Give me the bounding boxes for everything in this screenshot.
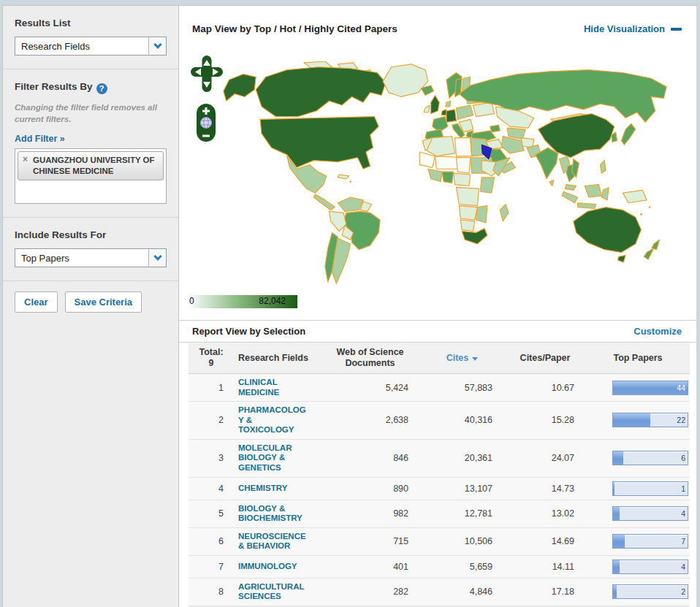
top-papers-value: 7 — [681, 537, 685, 546]
row-field: AGRICULTURAL SCIENCES — [234, 578, 320, 606]
report-table-body: 1CLINICAL MEDICINE5,42457,88310.67442PHA… — [189, 374, 690, 607]
row-cites-per-paper: 24.07 — [504, 439, 586, 477]
filter-box: × GUANGZHOU UNIVERSITY OF CHINESE MEDICI… — [15, 148, 167, 204]
row-top-papers: 7 — [586, 527, 690, 555]
row-cites-per-paper: 14.69 — [504, 527, 586, 555]
row-top-papers: 2 — [586, 578, 690, 606]
row-cites: 20,361 — [420, 439, 504, 477]
row-top-papers: 22 — [586, 402, 690, 440]
cites-sort-header[interactable]: Cites — [420, 343, 504, 374]
row-cites-per-paper: 13.02 — [504, 500, 586, 527]
research-fields-header: Research Fields — [234, 343, 320, 374]
map-header: Map View by Top / Hot / Highly Cited Pap… — [179, 6, 696, 34]
globe-icon — [201, 118, 212, 129]
row-top-papers: 4 — [586, 555, 690, 578]
row-cites-per-paper: 14.73 — [504, 477, 586, 500]
table-row: 4CHEMISTRY89013,10714.731 — [189, 477, 690, 500]
row-documents: 715 — [320, 527, 420, 555]
field-link[interactable]: CLINICAL MEDICINE — [238, 378, 310, 397]
row-rank: 1 — [189, 374, 234, 402]
row-documents: 846 — [320, 439, 420, 477]
clear-button[interactable]: Clear — [15, 291, 58, 313]
row-documents: 401 — [320, 555, 420, 578]
row-rank: 2 — [189, 402, 234, 440]
row-field: PHARMACOLOGY & TOXICOLOGY — [234, 402, 320, 440]
results-list-select[interactable]: Research Fields — [15, 37, 167, 56]
field-link[interactable]: AGRICULTURAL SCIENCES — [238, 582, 310, 602]
chevron-down-icon[interactable] — [148, 249, 166, 267]
add-filter-link[interactable]: Add Filter » — [15, 134, 65, 144]
row-top-papers: 1 — [586, 477, 690, 500]
filter-note: Changing the filter field removes all cu… — [15, 102, 167, 125]
hide-visualization-link[interactable]: Hide Visualization — [584, 23, 682, 34]
top-papers-bar: 1 — [612, 481, 688, 496]
row-cites-per-paper: 10.67 — [504, 374, 586, 402]
include-results-heading: Include Results For — [15, 229, 167, 240]
row-top-papers: 6 — [586, 439, 690, 477]
legend-min-label: 0 — [189, 296, 194, 306]
top-papers-value: 4 — [681, 509, 685, 518]
filter-section: Filter Results By? Changing the filter f… — [3, 69, 178, 218]
top-papers-bar: 6 — [612, 451, 688, 465]
top-papers-bar: 44 — [612, 381, 688, 395]
world-map[interactable] — [219, 61, 671, 288]
row-documents: 890 — [320, 477, 420, 500]
row-documents: 2,638 — [320, 402, 420, 440]
row-rank: 7 — [189, 555, 234, 578]
help-icon[interactable]: ? — [96, 83, 107, 94]
top-papers-bar: 2 — [612, 584, 688, 599]
row-cites: 57,883 — [420, 374, 504, 402]
row-field: CHEMISTRY — [234, 477, 320, 500]
top-papers-bar: 4 — [612, 506, 688, 521]
row-cites: 5,659 — [420, 555, 504, 578]
row-rank: 8 — [189, 578, 234, 606]
results-list-value: Research Fields — [15, 41, 148, 52]
row-cites-per-paper: 17.18 — [504, 578, 586, 606]
include-results-select[interactable]: Top Papers — [15, 248, 167, 267]
table-row: 3MOLECULAR BIOLOGY & GENETICS84620,36124… — [189, 439, 690, 477]
customize-link[interactable]: Customize — [634, 326, 682, 337]
row-cites: 10,506 — [420, 527, 504, 555]
remove-filter-icon[interactable]: × — [23, 154, 28, 164]
field-link[interactable]: IMMUNOLOGY — [238, 562, 310, 572]
sidebar-actions: Clear Save Criteria — [3, 281, 178, 326]
map-view-title: Map View by Top / Hot / Highly Cited Pap… — [192, 23, 397, 34]
row-cites-per-paper: 15.28 — [504, 402, 586, 440]
row-documents: 282 — [320, 578, 420, 606]
map-zoom-control[interactable] — [197, 104, 216, 142]
save-criteria-button[interactable]: Save Criteria — [65, 291, 142, 313]
main-panel: Map View by Top / Hot / Highly Cited Pap… — [179, 5, 696, 607]
top-papers-bar: 4 — [612, 560, 688, 574]
table-header-row: Total: 9 Research Fields Web of Science … — [189, 343, 690, 374]
map-pan-control[interactable] — [191, 56, 223, 92]
total-header: Total: 9 — [189, 343, 234, 374]
row-cites: 12,781 — [420, 500, 504, 527]
table-row: 7IMMUNOLOGY4015,65914.114 — [189, 555, 690, 578]
table-row: 5BIOLOGY & BIOCHEMISTRY98212,78113.024 — [189, 500, 690, 527]
field-link[interactable]: MOLECULAR BIOLOGY & GENETICS — [238, 443, 310, 473]
row-field: BIOLOGY & BIOCHEMISTRY — [234, 500, 320, 527]
chevron-down-icon[interactable] — [148, 37, 166, 55]
filter-tag[interactable]: × GUANGZHOU UNIVERSITY OF CHINESE MEDICI… — [18, 151, 164, 180]
row-field: CLINICAL MEDICINE — [234, 374, 320, 402]
row-top-papers: 44 — [586, 374, 690, 402]
map-controls — [191, 56, 226, 142]
include-results-section: Include Results For Top Papers — [3, 218, 178, 281]
row-top-papers: 4 — [586, 500, 690, 527]
field-link[interactable]: BIOLOGY & BIOCHEMISTRY — [238, 504, 310, 524]
top-papers-header: Top Papers — [586, 343, 690, 374]
top-papers-bar: 7 — [612, 534, 688, 549]
report-view-title: Report View by Selection — [192, 326, 305, 337]
row-rank: 5 — [189, 500, 234, 527]
table-row: 2PHARMACOLOGY & TOXICOLOGY2,63840,31615.… — [189, 402, 690, 440]
results-list-section: Results List Research Fields — [3, 6, 178, 69]
field-link[interactable]: PHARMACOLOGY & TOXICOLOGY — [238, 405, 310, 435]
field-link[interactable]: CHEMISTRY — [238, 484, 310, 494]
report-table: Total: 9 Research Fields Web of Science … — [189, 343, 690, 607]
total-count: 9 — [191, 358, 231, 369]
legend-max-label: 82,042 — [259, 296, 286, 306]
row-cites-per-paper: 14.11 — [504, 555, 586, 578]
row-documents: 982 — [320, 500, 420, 527]
app-window: Results List Research Fields Filter Resu… — [2, 5, 696, 607]
field-link[interactable]: NEUROSCIENCE & BEHAVIOR — [238, 532, 310, 551]
